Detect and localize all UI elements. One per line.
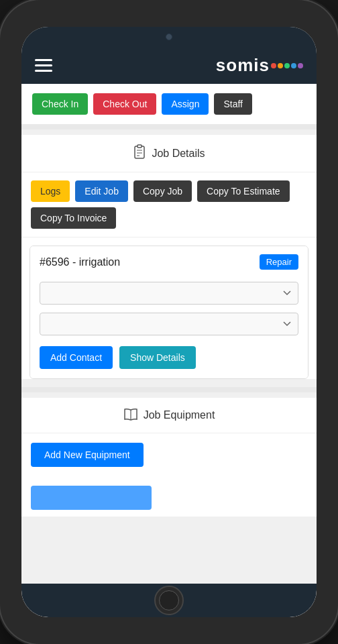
copy-to-estimate-button[interactable]: Copy To Estimate — [197, 180, 289, 202]
job-equipment-section: Job Equipment Add New Equipment — [21, 398, 317, 517]
job-card-buttons: Add Contact Show Details — [30, 339, 308, 378]
copy-job-button[interactable]: Copy Job — [133, 180, 192, 202]
equipment-actions: Add New Equipment — [21, 433, 317, 476]
separator-1 — [21, 124, 317, 129]
add-new-equipment-button[interactable]: Add New Equipment — [31, 443, 144, 467]
camera — [166, 34, 172, 40]
assign-button[interactable]: Assign — [162, 93, 209, 115]
logo-dot-red — [271, 63, 276, 68]
top-action-row: Check In Check Out Assign Staff — [21, 84, 317, 124]
show-details-button[interactable]: Show Details — [119, 346, 196, 369]
logo-dot-orange — [278, 63, 283, 68]
check-out-button[interactable]: Check Out — [93, 93, 156, 115]
logo-dot-purple — [298, 63, 303, 68]
logo: somis — [216, 55, 303, 76]
copy-to-invoice-button[interactable]: Copy To Invoice — [31, 207, 116, 229]
edit-job-button[interactable]: Edit Job — [75, 180, 128, 202]
repair-badge: Repair — [260, 254, 298, 270]
job-card-title: #6596 - irrigation — [40, 256, 120, 268]
home-button[interactable] — [154, 586, 184, 615]
logo-dot-green — [284, 63, 290, 68]
add-contact-button[interactable]: Add Contact — [40, 346, 113, 369]
logs-button[interactable]: Logs — [31, 180, 70, 202]
job-dropdown-2[interactable] — [40, 313, 298, 335]
book-icon — [123, 407, 138, 423]
dropdown-wrapper-1 — [30, 278, 308, 309]
app-header: somis — [21, 47, 317, 84]
logo-dots — [271, 63, 303, 68]
main-content: Check In Check Out Assign Staff — [21, 84, 317, 584]
svg-rect-1 — [137, 145, 142, 148]
job-card-header: #6596 - irrigation Repair — [30, 246, 308, 278]
job-dropdown-1[interactable] — [40, 282, 298, 305]
phone-screen: somis Check In Check Out Assign Staff — [21, 27, 317, 617]
equipment-title-row: Job Equipment — [21, 398, 317, 433]
job-details-title: Job Details — [152, 148, 205, 160]
phone-bottom-bar — [21, 584, 317, 617]
job-details-section: Job Details Logs Edit Job Copy Job Copy … — [21, 135, 317, 379]
home-button-inner — [159, 590, 179, 610]
phone-frame: somis Check In Check Out Assign Staff — [0, 0, 338, 644]
partial-button — [31, 486, 152, 510]
bottom-space — [21, 476, 317, 517]
staff-button[interactable]: Staff — [214, 93, 252, 115]
job-card: #6596 - irrigation Repair Ad — [30, 246, 308, 379]
clipboard-icon — [133, 144, 146, 162]
check-in-button[interactable]: Check In — [32, 93, 88, 115]
logo-dot-blue — [291, 63, 296, 68]
job-details-title-row: Job Details — [21, 135, 317, 172]
phone-top-bar — [21, 27, 317, 47]
job-action-buttons: Logs Edit Job Copy Job Copy To Estimate … — [21, 172, 317, 237]
hamburger-menu[interactable] — [35, 59, 52, 72]
separator-2 — [21, 387, 317, 392]
dropdown-wrapper-2 — [30, 309, 308, 339]
equipment-title: Job Equipment — [144, 409, 215, 421]
